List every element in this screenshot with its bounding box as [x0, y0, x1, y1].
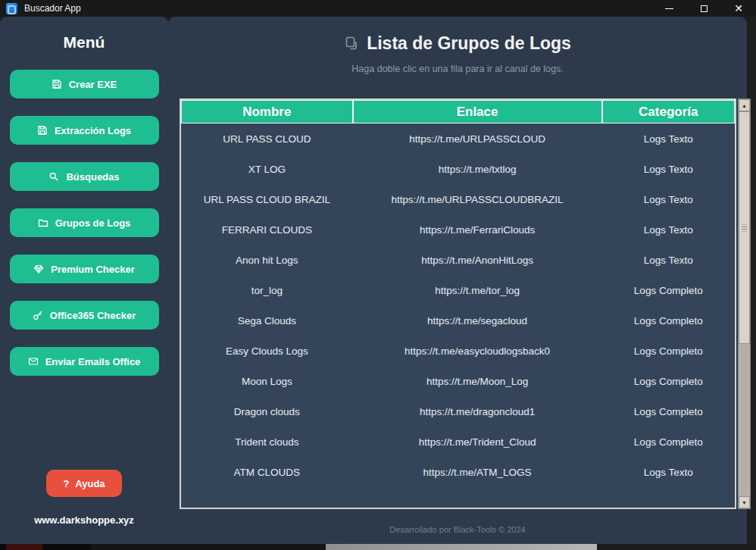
cell-name: ATM CLOUDS: [181, 457, 353, 487]
cell-name: Easy Clouds Logs: [181, 336, 353, 366]
window-title: Buscador App: [24, 3, 81, 14]
folder-icon: [38, 217, 48, 228]
desktop-strip-segment: [6, 544, 42, 550]
minimize-button[interactable]: [651, 0, 686, 17]
table-row[interactable]: Trident clouds https://t.me/Trident_Clou…: [181, 427, 735, 457]
table-row[interactable]: FERRARI CLOUDS https://t.me/FerrariCloud…: [181, 214, 735, 245]
cell-category: Logs Completo: [602, 427, 735, 457]
table-row[interactable]: Sega Clouds https://t.me/segacloud Logs …: [181, 305, 735, 336]
sidebar-item-label: Enviar Emails Office: [45, 356, 141, 367]
cell-category: Logs Completo: [602, 275, 735, 305]
cell-category: Logs Completo: [602, 336, 735, 366]
cell-name: URL PASS CLOUD: [181, 123, 353, 154]
sidebar-item-label: Búsquedas: [66, 171, 119, 183]
app-logo-icon: [6, 3, 17, 14]
sidebar-item-label: Premium Checker: [51, 264, 135, 275]
cell-link: https://t.me/URLPASSCLOUDBRAZIL: [353, 184, 602, 214]
desktop-strip: [0, 544, 756, 550]
cell-link: https://t.me/txtlog: [353, 154, 602, 184]
close-icon: ✕: [734, 3, 743, 14]
page-title-row: Lista de Grupos de Logs: [168, 33, 747, 54]
cell-link: https://t.me/FerrariClouds: [353, 214, 602, 245]
sidebar-item-label: Grupos de Logs: [55, 217, 131, 229]
sidebar-item-label: Office365 Checker: [50, 310, 136, 321]
table-header-row: Nombre Enlace Categoría: [181, 100, 735, 123]
cell-category: Logs Completo: [602, 305, 735, 336]
sidebar-item-extraccion-logs[interactable]: Extracción Logs: [10, 116, 159, 145]
cell-link: https://t.me/URLPASSCLOUD: [353, 123, 602, 154]
column-header-nombre: Nombre: [181, 100, 353, 123]
desktop-strip-segment: [326, 544, 597, 550]
floppy-icon: [37, 125, 48, 136]
page-title: Lista de Grupos de Logs: [367, 33, 571, 54]
gem-icon: [33, 264, 44, 274]
scrollbar-grip-icon: [742, 224, 747, 231]
sidebar-item-premium-checker[interactable]: Premium Checker: [10, 255, 159, 283]
table-row[interactable]: Easy Clouds Logs https://t.me/easycloudl…: [181, 336, 735, 366]
maximize-icon: [701, 5, 708, 12]
table-row[interactable]: URL PASS CLOUD BRAZIL https://t.me/URLPA…: [181, 184, 735, 214]
cell-category: Logs Texto: [602, 184, 735, 214]
pages-icon: [344, 36, 360, 52]
sidebar-item-grupos-de-logs[interactable]: Grupos de Logs: [10, 208, 159, 237]
table-row[interactable]: Dragon clouds https://t.me/dragoncloud1 …: [181, 396, 735, 427]
arrow-down-icon: ▼: [742, 500, 747, 505]
minimize-icon: [665, 8, 673, 9]
table-row[interactable]: Anon hit Logs https://t.me/AnonHitLogs L…: [181, 245, 735, 275]
cell-category: Logs Texto: [602, 214, 735, 245]
help-button[interactable]: ? Ayuda: [46, 470, 122, 497]
menu-title: Menú: [64, 33, 105, 52]
sidebar-item-label: Extracción Logs: [55, 125, 131, 136]
key-icon: [33, 310, 43, 320]
window-controls: ✕: [651, 0, 756, 17]
close-button[interactable]: ✕: [721, 0, 756, 17]
table-row[interactable]: XT LOG https://t.me/txtlog Logs Texto: [181, 154, 735, 184]
cell-name: tor_log: [181, 275, 353, 305]
cell-category: Logs Texto: [602, 123, 735, 154]
table-row[interactable]: URL PASS CLOUD https://t.me/URLPASSCLOUD…: [181, 123, 735, 154]
cell-name: URL PASS CLOUD BRAZIL: [181, 184, 353, 214]
logs-table: Nombre Enlace Categoría URL PASS CLOUD h…: [180, 98, 736, 509]
cell-name: XT LOG: [181, 154, 353, 184]
scrollbar-down-button[interactable]: ▼: [739, 496, 750, 508]
table-scrollbar[interactable]: ▲ ▼: [738, 98, 751, 509]
cell-category: Logs Completo: [602, 396, 735, 427]
sidebar-item-crear-exe[interactable]: Crear EXE: [10, 70, 159, 98]
cell-link: https://t.me/ATM_LOGS: [353, 457, 602, 487]
titlebar: Buscador App ✕: [0, 0, 756, 17]
table-body: URL PASS CLOUD https://t.me/URLPASSCLOUD…: [181, 123, 735, 508]
cell-category: Logs Texto: [602, 154, 735, 184]
scrollbar-up-button[interactable]: ▲: [739, 99, 750, 111]
cell-link: https://t.me/Moon_Log: [353, 366, 602, 396]
sidebar: Menú Crear EXE Extracción Logs Búsquedas…: [0, 17, 168, 544]
column-header-enlace: Enlace: [353, 100, 602, 123]
cell-name: Sega Clouds: [181, 305, 353, 336]
arrow-up-icon: ▲: [742, 103, 747, 108]
floppy-icon: [52, 79, 62, 89]
cell-category: Logs Completo: [602, 366, 735, 396]
column-header-categoria: Categoría: [602, 100, 735, 123]
table-row[interactable]: Moon Logs https://t.me/Moon_Log Logs Com…: [181, 366, 735, 396]
page-subtitle: Haga doble clic en una fila para ir al c…: [168, 64, 747, 74]
scrollbar-thumb[interactable]: [739, 111, 750, 344]
cell-link: https://t.me/tor_log: [353, 275, 602, 305]
desktop-strip-segment: [91, 544, 326, 550]
envelope-icon: [28, 356, 39, 367]
website-link: www.darkshoppe.xyz: [0, 514, 168, 526]
sidebar-item-label: Crear EXE: [69, 79, 117, 90]
logs-table-area: Nombre Enlace Categoría URL PASS CLOUD h…: [180, 98, 751, 509]
sidebar-item-office365-checker[interactable]: Office365 Checker: [10, 301, 159, 330]
question-icon: ?: [63, 478, 69, 489]
table-row[interactable]: tor_log https://t.me/tor_log Logs Comple…: [181, 275, 735, 305]
table-row[interactable]: ATM CLOUDS https://t.me/ATM_LOGS Logs Te…: [181, 457, 735, 487]
cell-name: Dragon clouds: [181, 396, 353, 427]
cell-category: Logs Texto: [602, 457, 735, 487]
main-panel: Lista de Grupos de Logs Haga doble clic …: [168, 17, 747, 544]
maximize-button[interactable]: [686, 0, 721, 17]
sidebar-item-enviar-emails-office[interactable]: Enviar Emails Office: [10, 347, 159, 376]
sidebar-item-busquedas[interactable]: Búsquedas: [10, 162, 159, 191]
cell-name: Moon Logs: [181, 366, 353, 396]
cell-link: https://t.me/dragoncloud1: [353, 396, 602, 427]
cell-name: Trident clouds: [181, 427, 353, 457]
cell-name: Anon hit Logs: [181, 245, 353, 275]
